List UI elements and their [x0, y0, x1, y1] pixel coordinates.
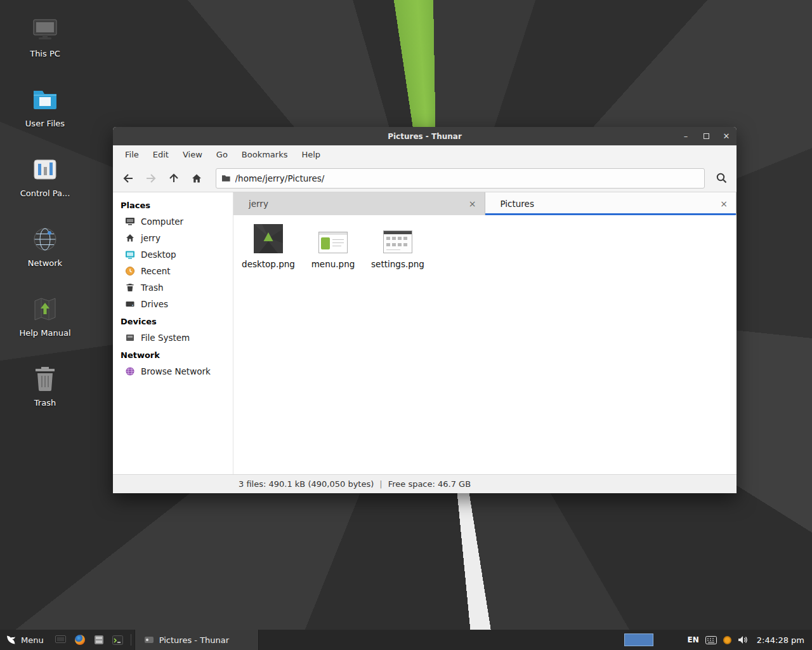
computer-icon [30, 15, 60, 44]
trash-icon [125, 282, 135, 293]
menu-edit[interactable]: Edit [146, 145, 176, 164]
system-tray [705, 635, 748, 644]
taskbar: Menu Pictures - Thunar EN 2:44:28 pm [0, 630, 812, 650]
workspace-switcher[interactable] [624, 633, 653, 646]
desktop-icon-label: Help Manual [19, 328, 70, 338]
sidebar-item-drives[interactable]: Drives [113, 296, 233, 312]
clock[interactable]: 2:44:28 pm [757, 635, 804, 645]
desktop-icon [125, 249, 135, 260]
maximize-button[interactable] [696, 127, 716, 145]
sidebar-item-desktop[interactable]: Desktop [113, 246, 233, 263]
path-bar[interactable] [216, 168, 705, 189]
sidebar-header-network: Network [113, 346, 233, 363]
language-indicator[interactable]: EN [688, 635, 699, 644]
task-button-thunar[interactable]: Pictures - Thunar [134, 630, 259, 650]
folder-icon [221, 174, 231, 182]
sidebar-item-file-system[interactable]: File System [113, 329, 233, 346]
sidebar-item-browse-network[interactable]: Browse Network [113, 363, 233, 380]
free-space: Free space: 46.7 GB [388, 479, 471, 489]
control-panel-icon [30, 155, 60, 184]
desktop-icon-this-pc[interactable]: This PC [10, 11, 81, 71]
up-arrow-icon [168, 173, 180, 184]
file-view[interactable]: desktop.png menu.png settings.png [233, 215, 737, 474]
menu-help[interactable]: Help [294, 145, 327, 164]
trash-icon [30, 364, 60, 394]
launcher-firefox-button[interactable] [70, 630, 89, 650]
menu-view[interactable]: View [176, 145, 209, 164]
sidebar-header-places: Places [113, 196, 233, 213]
home-button[interactable] [185, 168, 208, 189]
keyboard-icon[interactable] [705, 636, 717, 644]
title-bar[interactable]: Pictures - Thunar – ✕ [113, 127, 737, 145]
desktop-icon-network[interactable]: Network [10, 221, 81, 281]
file-desktop-png[interactable]: desktop.png [236, 220, 301, 272]
files-summary: 3 files: 490.1 kB (490,050 bytes) [239, 479, 374, 489]
globe-icon [125, 366, 135, 376]
file-pane: jerry × Pictures × desktop.png [233, 192, 737, 474]
close-icon[interactable]: × [718, 198, 730, 209]
firefox-icon [74, 634, 86, 646]
desktop-icon-label: Trash [34, 398, 56, 408]
sidebar-item-jerry[interactable]: jerry [113, 230, 233, 246]
desktop-icon-label: This PC [30, 49, 60, 58]
sidebar-item-label: Desktop [141, 249, 176, 260]
launcher-terminal-button[interactable] [108, 630, 128, 650]
menu-file[interactable]: File [118, 145, 146, 164]
terminal-icon [112, 635, 123, 645]
taskbar-separator [131, 634, 131, 646]
desktop-icon-help-manual[interactable]: Help Manual [10, 291, 81, 350]
screen-icon [55, 635, 66, 644]
thunar-window: Pictures - Thunar – ✕ File Edit View Go … [113, 127, 737, 493]
sidebar-item-label: Recent [141, 266, 171, 276]
desktop-wallpaper-thumbnail [254, 223, 283, 253]
tab-jerry[interactable]: jerry × [233, 192, 485, 215]
menu-screenshot-thumbnail [318, 223, 348, 253]
update-manager-icon[interactable] [723, 636, 731, 644]
window-title: Pictures - Thunar [113, 132, 737, 141]
home-icon [125, 233, 135, 243]
sidebar-item-label: jerry [141, 233, 160, 243]
sidebar-item-recent[interactable]: Recent [113, 263, 233, 279]
maximize-icon [704, 133, 709, 139]
close-icon[interactable]: × [467, 198, 478, 209]
computer-icon [125, 216, 135, 227]
file-menu-png[interactable]: menu.png [301, 220, 365, 272]
thunar-icon [144, 635, 154, 645]
file-settings-png[interactable]: settings.png [365, 220, 430, 272]
status-bar: 3 files: 490.1 kB (490,050 bytes) | Free… [113, 474, 737, 493]
launcher-show-desktop-button[interactable] [51, 630, 70, 650]
search-button[interactable] [710, 168, 733, 189]
menu-go[interactable]: Go [209, 145, 235, 164]
back-button[interactable] [117, 168, 140, 189]
close-button[interactable]: ✕ [716, 127, 737, 145]
sidebar: Places Computer jerry Desktop Recent [113, 192, 233, 474]
forward-arrow-icon [145, 173, 157, 184]
sidebar-item-trash[interactable]: Trash [113, 279, 233, 296]
desktop-icon-label: Control Pa... [20, 189, 70, 198]
folder-icon [30, 85, 60, 114]
desktop-icon-user-files[interactable]: User Files [10, 81, 81, 141]
task-button-label: Pictures - Thunar [159, 635, 229, 645]
search-icon [716, 172, 728, 184]
file-name: settings.png [371, 259, 424, 269]
menu-bookmarks[interactable]: Bookmarks [235, 145, 295, 164]
desktop-icon-trash[interactable]: Trash [10, 361, 81, 420]
desktop-icon-control-panel[interactable]: Control Pa... [10, 151, 81, 211]
path-input[interactable] [235, 173, 699, 183]
help-manual-icon [30, 295, 60, 324]
file-name: desktop.png [242, 259, 295, 269]
sidebar-item-label: Computer [141, 216, 183, 227]
sidebar-item-computer[interactable]: Computer [113, 213, 233, 230]
toolbar [113, 164, 737, 192]
tab-pictures[interactable]: Pictures × [485, 192, 737, 215]
launcher-files-button[interactable] [89, 630, 108, 650]
up-button[interactable] [162, 168, 185, 189]
menu-bar: File Edit View Go Bookmarks Help [113, 145, 737, 164]
menu-button[interactable]: Menu [0, 630, 51, 650]
drive-icon [125, 299, 135, 309]
forward-button[interactable] [140, 168, 162, 189]
volume-icon[interactable] [738, 635, 748, 644]
minimize-button[interactable]: – [676, 127, 696, 145]
settings-screenshot-thumbnail [383, 223, 412, 253]
status-separator: | [379, 479, 382, 489]
